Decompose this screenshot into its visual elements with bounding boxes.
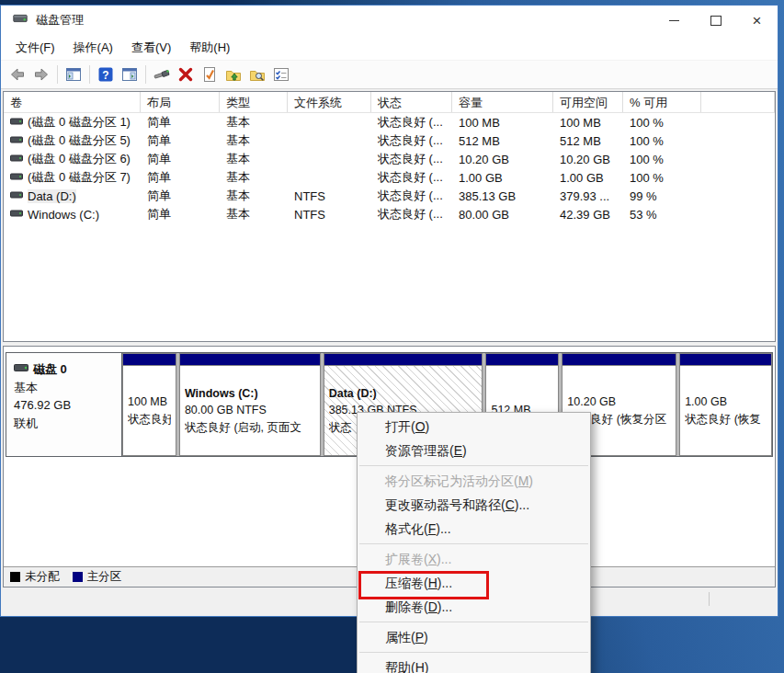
cell: 10.20 GB (553, 153, 623, 166)
minimize-icon (669, 20, 679, 21)
table-row[interactable]: (磁盘 0 磁盘分区 7)简单基本状态良好 (...1.00 GB1.00 GB… (4, 168, 775, 187)
menu-item-help[interactable]: 帮助(H) (358, 656, 590, 673)
menubar-item-view[interactable]: 查看(V) (122, 36, 180, 60)
menu-item-shrink-volume[interactable]: 压缩卷(H)... (358, 571, 590, 595)
cell: 状态良好 (... (371, 188, 452, 204)
volume-label: (磁盘 0 磁盘分区 5) (28, 132, 131, 149)
toolbar-console-tree-icon[interactable] (62, 63, 85, 86)
volume-cell: (磁盘 0 磁盘分区 7) (4, 169, 141, 186)
table-row[interactable]: (磁盘 0 磁盘分区 1)简单基本状态良好 (...100 MB100 MB10… (4, 113, 775, 131)
partition-1gb[interactable]: 1.00 GB状态良好 (恢复 (679, 353, 772, 456)
partition-body: 1.00 GB状态良好 (恢复 (680, 366, 771, 455)
cell: 基本 (220, 169, 288, 186)
app-icon (12, 10, 28, 30)
cell: 状态良好 (... (371, 132, 452, 149)
table-row[interactable]: Windows (C:)简单基本NTFS状态良好 (...80.00 GB42.… (4, 205, 775, 223)
volume-context-menu: 打开(O)资源管理器(E)将分区标记为活动分区(M)更改驱动器号和路径(C)..… (357, 412, 591, 673)
disk-icon (14, 360, 28, 379)
partition-size: 10.20 GB (567, 394, 671, 410)
menu-separator (359, 622, 588, 622)
column-header-7[interactable]: 可用空间 (553, 92, 623, 112)
menu-item-open[interactable]: 打开(O) (358, 415, 590, 439)
partition-label: Data (D:) (329, 385, 478, 402)
partition-size: 80.00 GB NTFS (185, 402, 315, 418)
volume-table-body: (磁盘 0 磁盘分区 1)简单基本状态良好 (...100 MB100 MB10… (4, 113, 775, 223)
disk0-info-box[interactable]: 磁盘 0 基本 476.92 GB 联机 (6, 353, 122, 456)
table-row[interactable]: (磁盘 0 磁盘分区 6)简单基本状态良好 (...10.20 GB10.20 … (4, 150, 775, 168)
window-title: 磁盘管理 (36, 12, 84, 29)
cell: 1.00 GB (452, 171, 553, 185)
legend-label: 主分区 (87, 569, 122, 585)
column-header-2[interactable]: 布局 (141, 92, 220, 112)
table-row[interactable]: (磁盘 0 磁盘分区 5)简单基本状态良好 (...512 MB512 MB10… (4, 131, 775, 150)
cell: 基本 (220, 188, 288, 204)
menu-item-change-drive-letter[interactable]: 更改驱动器号和路径(C)... (358, 493, 590, 517)
toolbar-help-icon[interactable]: ? (95, 63, 117, 86)
menu-separator (359, 543, 588, 544)
menu-separator (359, 652, 588, 653)
cell: 10.20 GB (452, 153, 553, 166)
cell: 简单 (141, 206, 220, 222)
column-header-8[interactable]: % 可用 (623, 92, 701, 112)
column-header-1[interactable]: 卷 (4, 92, 141, 112)
toolbar-forward-icon[interactable] (30, 63, 52, 86)
close-button[interactable]: × (736, 6, 778, 35)
menu-item-explorer[interactable]: 资源管理器(E) (358, 439, 590, 462)
toolbar-disk-properties-icon[interactable] (151, 63, 173, 86)
toolbar-folder-search-icon[interactable] (246, 63, 268, 86)
volume-label: Windows (C:) (28, 208, 99, 222)
column-header-6[interactable]: 容量 (452, 92, 553, 112)
partition-size: 1.00 GB (685, 394, 767, 410)
disk-status: 联机 (14, 415, 121, 433)
cell: 基本 (220, 206, 288, 222)
partition-100mb[interactable]: 100 MB状态良好 (122, 353, 176, 456)
volume-disk-icon (10, 134, 23, 148)
cell: 53 % (623, 208, 701, 222)
cell: 状态良好 (... (371, 206, 452, 222)
legend-color-swatch (10, 572, 20, 582)
menubar-item-file[interactable]: 文件(F) (6, 36, 64, 60)
toolbar-check-document-icon[interactable] (199, 63, 221, 86)
menubar-item-help[interactable]: 帮助(H) (180, 36, 239, 60)
table-row[interactable]: Data (D:)简单基本NTFS状态良好 (...385.13 GB379.9… (4, 187, 775, 205)
toolbar-delete-icon[interactable] (175, 63, 197, 86)
partition-c[interactable]: Windows (C:)80.00 GB NTFS状态良好 (启动, 页面文 (179, 353, 321, 456)
column-header-4[interactable]: 文件系统 (288, 92, 371, 112)
cell: 状态良好 (... (371, 114, 452, 131)
menu-item-format[interactable]: 格式化(F)... (358, 517, 590, 541)
primary-partition-bar (123, 354, 176, 366)
cell: NTFS (288, 208, 371, 222)
column-header-5[interactable]: 状态 (371, 92, 452, 112)
minimize-button[interactable] (653, 6, 695, 35)
toolbar-action-pane-icon[interactable] (119, 63, 141, 86)
volume-list-panel: 卷布局类型文件系统状态容量可用空间% 可用 (磁盘 0 磁盘分区 1)简单基本状… (3, 91, 776, 342)
primary-partition-bar (180, 354, 320, 366)
maximize-button[interactable] (695, 6, 736, 35)
toolbar-back-icon[interactable] (6, 63, 28, 86)
primary-partition-bar (680, 354, 771, 366)
partition-label: Windows (C:) (185, 385, 315, 402)
menu-item-extend-volume: 扩展卷(X)... (358, 547, 590, 571)
volume-label: (磁盘 0 磁盘分区 1) (28, 114, 131, 131)
cell: 100 % (623, 171, 701, 185)
toolbar-folder-up-icon[interactable] (222, 63, 244, 86)
primary-partition-bar (486, 354, 558, 366)
cell: 状态良好 (... (371, 151, 452, 167)
cell: 基本 (220, 151, 288, 167)
primary-partition-bar (562, 354, 676, 366)
menu-item-delete-volume[interactable]: 删除卷(D)... (358, 595, 590, 619)
menubar-item-action[interactable]: 操作(A) (64, 36, 122, 60)
volume-table-header: 卷布局类型文件系统状态容量可用空间% 可用 (4, 92, 775, 113)
disk-name: 磁盘 0 (33, 360, 67, 379)
toolbar-separator (57, 65, 58, 84)
column-header-3[interactable]: 类型 (220, 92, 288, 112)
cell: 99 % (623, 189, 701, 203)
cell: 简单 (141, 132, 220, 149)
toolbar-checklist-icon[interactable] (270, 63, 292, 86)
legend-label: 未分配 (25, 569, 60, 585)
cell: 42.39 GB (553, 208, 623, 222)
menu-item-properties[interactable]: 属性(P) (358, 625, 590, 649)
status-bar-divider (709, 592, 710, 606)
cell: 100 % (623, 153, 701, 166)
primary-partition-bar (324, 354, 483, 366)
